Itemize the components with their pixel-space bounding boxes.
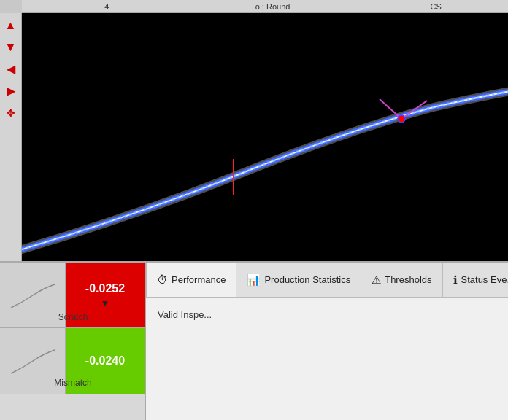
mismatch-label: Mismatch <box>0 378 146 388</box>
canvas-area <box>22 13 508 261</box>
tab-performance-label: Performance <box>172 274 226 285</box>
tab-thresholds[interactable]: ⚠ Thresholds <box>361 262 442 297</box>
tab-thresholds-label: Thresholds <box>385 274 431 285</box>
canvas-svg <box>22 13 508 261</box>
tab-status-events[interactable]: ℹ Status Eve... <box>443 262 508 297</box>
top-ruler: 4 o : Round CS <box>22 0 508 13</box>
performance-icon: ⏱ <box>157 273 168 286</box>
right-arrow-button[interactable]: ▶ <box>3 83 19 99</box>
right-arrow-icon: ▶ <box>7 85 15 97</box>
svg-point-1 <box>398 115 405 122</box>
scratch-thumb-svg <box>7 277 58 314</box>
valid-inspection-text: Valid Inspe... <box>158 309 212 320</box>
tab-bar: ⏱ Performance 📊 Production Statistics ⚠ … <box>146 262 508 298</box>
scratch-down-arrow-icon: ▼ <box>101 298 109 308</box>
left-arrow-button[interactable]: ◀ <box>3 61 19 77</box>
ruler-mark-4: 4 <box>104 2 109 11</box>
tab-production-stats[interactable]: 📊 Production Statistics <box>236 262 361 297</box>
down-arrow-icon: ▼ <box>5 42 17 53</box>
bottom-panel: -0.0252 ▼ Scratch -0.0240 Mismatch ⏱ Per… <box>0 261 508 420</box>
scratch-value: -0.0252 <box>85 282 125 295</box>
tab-status-events-label: Status Eve... <box>461 274 508 285</box>
bottom-right-content: Valid Inspe... <box>146 298 508 420</box>
left-toolbar: ▲ ▼ ◀ ▶ ✥ <box>0 13 22 261</box>
bottom-left-panel: -0.0252 ▼ Scratch -0.0240 Mismatch <box>0 262 146 420</box>
up-arrow-button[interactable]: ▲ <box>3 18 19 34</box>
mismatch-thumb-svg <box>7 343 58 379</box>
move-icon: ✥ <box>7 107 15 119</box>
ruler-mark-round: o : Round <box>255 2 290 11</box>
up-arrow-icon: ▲ <box>5 20 17 31</box>
down-arrow-button[interactable]: ▼ <box>3 39 19 55</box>
production-stats-icon: 📊 <box>247 273 261 287</box>
left-arrow-icon: ◀ <box>7 63 15 75</box>
status-events-icon: ℹ <box>453 273 458 287</box>
thresholds-icon: ⚠ <box>372 273 381 287</box>
move-button[interactable]: ✥ <box>3 105 19 121</box>
mismatch-value: -0.0240 <box>85 354 125 368</box>
tab-production-stats-label: Production Statistics <box>264 274 350 285</box>
ruler-mark-cs: CS <box>430 2 441 11</box>
tab-performance[interactable]: ⏱ Performance <box>146 262 236 297</box>
scratch-label: Scratch <box>0 312 146 322</box>
